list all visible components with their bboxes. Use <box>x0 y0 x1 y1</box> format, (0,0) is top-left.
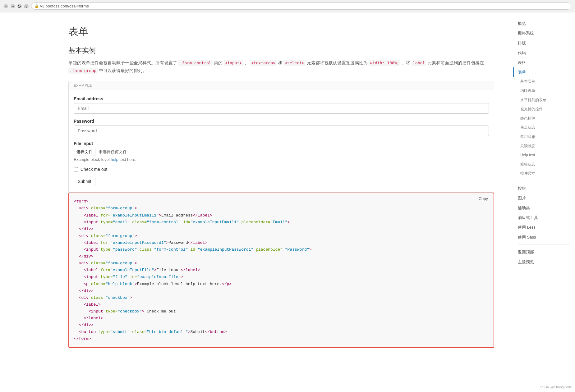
password-label: Password <box>74 119 489 124</box>
code-content: <form> <div class="form-group"> <label f… <box>69 193 494 347</box>
checkbox-input[interactable] <box>74 167 78 171</box>
code-block: Copy <form> <div class="form-group"> <la… <box>68 193 494 348</box>
checkbox-label[interactable]: Check me out <box>74 167 489 172</box>
checkbox-group: Check me out <box>74 167 489 172</box>
file-label: File input <box>74 141 489 146</box>
browser-bar: ← → ↻ ⌂ 🔒 v3.bootcss.com/css/#forms <box>0 0 575 12</box>
desc-text-5: 元素都将被默认设置宽度属性为 <box>307 60 369 65</box>
password-input[interactable] <box>74 125 489 136</box>
sidebar-item-image[interactable]: 图片 <box>513 193 575 203</box>
sidebar-sub-focus[interactable]: 焦点状态 <box>513 123 575 132</box>
sidebar-item-grid[interactable]: 栅格系统 <box>513 28 575 38</box>
sidebar-item-back-top[interactable]: 返回顶部 <box>513 247 575 257</box>
desc-text-8: 中可以获得最好的排列。 <box>99 68 147 73</box>
email-label: Email address <box>74 96 489 101</box>
sidebar-item-overview[interactable]: 概览 <box>513 19 575 28</box>
example-content: Email address Password File input 选择文件 未… <box>69 90 494 192</box>
file-no-selected-text: 未选择任何文件 <box>99 149 127 154</box>
address-bar[interactable]: 🔒 v3.bootcss.com/css/#forms <box>31 2 571 10</box>
email-input[interactable] <box>74 103 489 114</box>
desc-text-1: 单独的表单控件会被自动赋予一些全局样式。所有设置了 <box>68 60 178 65</box>
sidebar-sub-static[interactable]: 静态控件 <box>513 114 575 123</box>
example-box: EXAMPLE Email address Password File inpu… <box>68 81 494 193</box>
copy-button[interactable]: Copy <box>477 196 490 202</box>
help-block-text: Example block-level help text here. <box>74 157 489 162</box>
desc-text-2: 类的 <box>214 60 224 65</box>
sidebar-sub-readonly[interactable]: 只读状态 <box>513 142 575 151</box>
refresh-button[interactable]: ↻ <box>17 4 22 8</box>
page-title: 表单 <box>68 25 494 39</box>
forward-button[interactable]: → <box>11 4 15 8</box>
sidebar-sub-inline[interactable]: 内联表单 <box>513 86 575 96</box>
desc-code-6: label <box>412 60 426 66</box>
home-button[interactable]: ⌂ <box>24 4 29 8</box>
submit-button[interactable]: Submit <box>74 177 95 186</box>
desc-text-3: 、 <box>244 60 249 65</box>
desc-code-2: <input> <box>223 60 243 66</box>
sidebar-item-table[interactable]: 表格 <box>513 58 575 67</box>
help-text-1: Example block-level <box>74 157 111 162</box>
sidebar-divider-1 <box>518 181 570 181</box>
sidebar-item-helper[interactable]: 辅助类 <box>513 203 575 213</box>
example-label: EXAMPLE <box>69 81 494 90</box>
help-text-2: text here. <box>119 157 136 162</box>
checkbox-label-text: Check me out <box>80 167 107 172</box>
sidebar-item-code[interactable]: 代码 <box>513 48 575 57</box>
email-form-group: Email address <box>74 96 489 114</box>
sidebar: 概览 栅格系统 排版 代码 表格 表单 基本实例 内联表单 水平排列的表单 被支… <box>513 12 575 273</box>
desc-code-7: .form-group <box>68 68 98 74</box>
desc-code-3: <textarea> <box>250 60 277 66</box>
page-layout: 表单 基本实例 单独的表单控件会被自动赋予一些全局样式。所有设置了 .form-… <box>0 12 575 392</box>
file-input-area: 选择文件 未选择任何文件 <box>74 148 489 156</box>
sidebar-sub-basic[interactable]: 基本实例 <box>513 77 575 86</box>
sidebar-divider-2 <box>518 244 570 245</box>
file-form-group: File input 选择文件 未选择任何文件 Example block-le… <box>74 141 489 162</box>
section-desc: 单独的表单控件会被自动赋予一些全局样式。所有设置了 .form-control … <box>68 59 494 75</box>
back-button[interactable]: ← <box>4 4 8 8</box>
url-text: v3.bootcss.com/css/#forms <box>40 4 89 8</box>
section-title: 基本实例 <box>68 46 494 55</box>
file-choose-button[interactable]: 选择文件 <box>74 148 95 156</box>
desc-text-6: 。将 <box>402 60 412 65</box>
desc-code-4: <select> <box>283 60 306 66</box>
sidebar-sub-validation[interactable]: 校验状态 <box>513 160 575 169</box>
lock-icon: 🔒 <box>34 4 39 8</box>
help-link[interactable]: help <box>111 157 118 162</box>
sidebar-sub-disabled[interactable]: 禁用状态 <box>513 132 575 142</box>
main-content: 表单 基本实例 单独的表单控件会被自动赋予一些全局样式。所有设置了 .form-… <box>0 12 513 392</box>
sidebar-sub-supported[interactable]: 被支持的控件 <box>513 105 575 114</box>
sidebar-item-theme[interactable]: 主题预览 <box>513 257 575 267</box>
desc-code-1: .form-control <box>178 60 213 66</box>
sidebar-item-responsive[interactable]: 响应式工具 <box>513 213 575 222</box>
sidebar-sub-horizontal[interactable]: 水平排列的表单 <box>513 96 575 105</box>
sidebar-item-button[interactable]: 按钮 <box>513 184 575 193</box>
sidebar-item-typography[interactable]: 排版 <box>513 38 575 48</box>
desc-code-5: width: 100%; <box>369 60 400 66</box>
desc-text-7: 元素和前面提到的控件包裹在 <box>427 60 484 65</box>
sidebar-item-sass[interactable]: 使用 Sass <box>513 232 575 242</box>
footer-text: CSDN @ShangCode <box>540 385 572 389</box>
sidebar-sub-helptext[interactable]: Help text <box>513 151 575 160</box>
sidebar-item-form[interactable]: 表单 <box>513 67 575 77</box>
sidebar-sub-size[interactable]: 控件尺寸 <box>513 169 575 178</box>
desc-text-4: 和 <box>278 60 283 65</box>
sidebar-item-less[interactable]: 使用 Less <box>513 222 575 232</box>
password-form-group: Password <box>74 119 489 136</box>
